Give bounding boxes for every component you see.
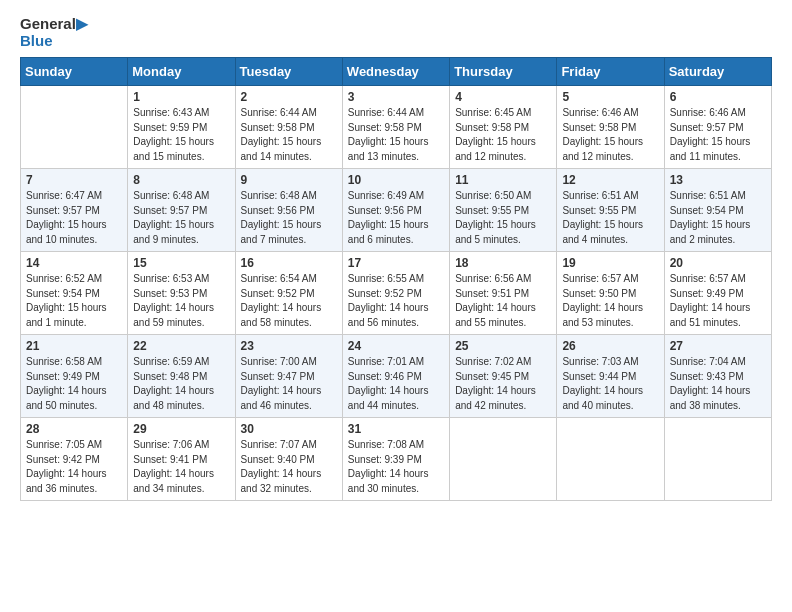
day-info: Sunrise: 6:52 AM Sunset: 9:54 PM Dayligh… bbox=[26, 272, 122, 330]
day-number: 10 bbox=[348, 173, 444, 187]
calendar-cell: 11Sunrise: 6:50 AM Sunset: 9:55 PM Dayli… bbox=[450, 169, 557, 252]
calendar-cell: 15Sunrise: 6:53 AM Sunset: 9:53 PM Dayli… bbox=[128, 252, 235, 335]
calendar-cell: 12Sunrise: 6:51 AM Sunset: 9:55 PM Dayli… bbox=[557, 169, 664, 252]
day-info: Sunrise: 6:57 AM Sunset: 9:50 PM Dayligh… bbox=[562, 272, 658, 330]
calendar-cell: 22Sunrise: 6:59 AM Sunset: 9:48 PM Dayli… bbox=[128, 335, 235, 418]
calendar-table: SundayMondayTuesdayWednesdayThursdayFrid… bbox=[20, 57, 772, 501]
day-info: Sunrise: 6:54 AM Sunset: 9:52 PM Dayligh… bbox=[241, 272, 337, 330]
day-info: Sunrise: 6:59 AM Sunset: 9:48 PM Dayligh… bbox=[133, 355, 229, 413]
calendar-week-row: 21Sunrise: 6:58 AM Sunset: 9:49 PM Dayli… bbox=[21, 335, 772, 418]
day-info: Sunrise: 6:49 AM Sunset: 9:56 PM Dayligh… bbox=[348, 189, 444, 247]
day-number: 23 bbox=[241, 339, 337, 353]
calendar-cell: 18Sunrise: 6:56 AM Sunset: 9:51 PM Dayli… bbox=[450, 252, 557, 335]
weekday-header-row: SundayMondayTuesdayWednesdayThursdayFrid… bbox=[21, 58, 772, 86]
day-info: Sunrise: 7:08 AM Sunset: 9:39 PM Dayligh… bbox=[348, 438, 444, 496]
day-number: 20 bbox=[670, 256, 766, 270]
day-info: Sunrise: 6:50 AM Sunset: 9:55 PM Dayligh… bbox=[455, 189, 551, 247]
calendar-cell: 24Sunrise: 7:01 AM Sunset: 9:46 PM Dayli… bbox=[342, 335, 449, 418]
day-number: 8 bbox=[133, 173, 229, 187]
weekday-header: Saturday bbox=[664, 58, 771, 86]
day-number: 9 bbox=[241, 173, 337, 187]
day-info: Sunrise: 7:06 AM Sunset: 9:41 PM Dayligh… bbox=[133, 438, 229, 496]
calendar-cell: 4Sunrise: 6:45 AM Sunset: 9:58 PM Daylig… bbox=[450, 86, 557, 169]
day-info: Sunrise: 6:47 AM Sunset: 9:57 PM Dayligh… bbox=[26, 189, 122, 247]
day-number: 19 bbox=[562, 256, 658, 270]
day-number: 27 bbox=[670, 339, 766, 353]
day-info: Sunrise: 6:44 AM Sunset: 9:58 PM Dayligh… bbox=[348, 106, 444, 164]
weekday-header: Wednesday bbox=[342, 58, 449, 86]
calendar-cell: 3Sunrise: 6:44 AM Sunset: 9:58 PM Daylig… bbox=[342, 86, 449, 169]
calendar-week-row: 1Sunrise: 6:43 AM Sunset: 9:59 PM Daylig… bbox=[21, 86, 772, 169]
calendar-cell: 5Sunrise: 6:46 AM Sunset: 9:58 PM Daylig… bbox=[557, 86, 664, 169]
calendar-cell: 29Sunrise: 7:06 AM Sunset: 9:41 PM Dayli… bbox=[128, 418, 235, 501]
calendar-week-row: 7Sunrise: 6:47 AM Sunset: 9:57 PM Daylig… bbox=[21, 169, 772, 252]
logo-text: General▶ Blue bbox=[20, 16, 88, 49]
day-number: 25 bbox=[455, 339, 551, 353]
calendar-cell: 6Sunrise: 6:46 AM Sunset: 9:57 PM Daylig… bbox=[664, 86, 771, 169]
calendar-week-row: 14Sunrise: 6:52 AM Sunset: 9:54 PM Dayli… bbox=[21, 252, 772, 335]
day-info: Sunrise: 6:53 AM Sunset: 9:53 PM Dayligh… bbox=[133, 272, 229, 330]
day-number: 12 bbox=[562, 173, 658, 187]
calendar-cell: 9Sunrise: 6:48 AM Sunset: 9:56 PM Daylig… bbox=[235, 169, 342, 252]
calendar-cell: 2Sunrise: 6:44 AM Sunset: 9:58 PM Daylig… bbox=[235, 86, 342, 169]
weekday-header: Monday bbox=[128, 58, 235, 86]
calendar-cell bbox=[557, 418, 664, 501]
weekday-header: Sunday bbox=[21, 58, 128, 86]
day-number: 18 bbox=[455, 256, 551, 270]
calendar-cell: 31Sunrise: 7:08 AM Sunset: 9:39 PM Dayli… bbox=[342, 418, 449, 501]
day-number: 22 bbox=[133, 339, 229, 353]
day-info: Sunrise: 6:56 AM Sunset: 9:51 PM Dayligh… bbox=[455, 272, 551, 330]
day-info: Sunrise: 6:45 AM Sunset: 9:58 PM Dayligh… bbox=[455, 106, 551, 164]
day-info: Sunrise: 6:51 AM Sunset: 9:55 PM Dayligh… bbox=[562, 189, 658, 247]
day-info: Sunrise: 7:01 AM Sunset: 9:46 PM Dayligh… bbox=[348, 355, 444, 413]
logo-general: General▶ bbox=[20, 16, 88, 33]
day-info: Sunrise: 6:48 AM Sunset: 9:57 PM Dayligh… bbox=[133, 189, 229, 247]
day-number: 21 bbox=[26, 339, 122, 353]
calendar-cell: 19Sunrise: 6:57 AM Sunset: 9:50 PM Dayli… bbox=[557, 252, 664, 335]
day-number: 2 bbox=[241, 90, 337, 104]
weekday-header: Thursday bbox=[450, 58, 557, 86]
calendar-cell: 26Sunrise: 7:03 AM Sunset: 9:44 PM Dayli… bbox=[557, 335, 664, 418]
calendar-cell: 10Sunrise: 6:49 AM Sunset: 9:56 PM Dayli… bbox=[342, 169, 449, 252]
day-number: 14 bbox=[26, 256, 122, 270]
day-number: 11 bbox=[455, 173, 551, 187]
logo-blue: Blue bbox=[20, 33, 88, 50]
weekday-header: Tuesday bbox=[235, 58, 342, 86]
day-number: 6 bbox=[670, 90, 766, 104]
calendar-cell: 27Sunrise: 7:04 AM Sunset: 9:43 PM Dayli… bbox=[664, 335, 771, 418]
day-info: Sunrise: 7:04 AM Sunset: 9:43 PM Dayligh… bbox=[670, 355, 766, 413]
day-number: 1 bbox=[133, 90, 229, 104]
day-info: Sunrise: 7:07 AM Sunset: 9:40 PM Dayligh… bbox=[241, 438, 337, 496]
day-info: Sunrise: 6:46 AM Sunset: 9:58 PM Dayligh… bbox=[562, 106, 658, 164]
calendar-cell: 23Sunrise: 7:00 AM Sunset: 9:47 PM Dayli… bbox=[235, 335, 342, 418]
day-info: Sunrise: 6:48 AM Sunset: 9:56 PM Dayligh… bbox=[241, 189, 337, 247]
calendar-cell bbox=[664, 418, 771, 501]
day-info: Sunrise: 7:02 AM Sunset: 9:45 PM Dayligh… bbox=[455, 355, 551, 413]
calendar-cell: 13Sunrise: 6:51 AM Sunset: 9:54 PM Dayli… bbox=[664, 169, 771, 252]
calendar-cell bbox=[450, 418, 557, 501]
day-number: 3 bbox=[348, 90, 444, 104]
calendar-cell: 16Sunrise: 6:54 AM Sunset: 9:52 PM Dayli… bbox=[235, 252, 342, 335]
weekday-header: Friday bbox=[557, 58, 664, 86]
day-number: 28 bbox=[26, 422, 122, 436]
calendar-cell: 30Sunrise: 7:07 AM Sunset: 9:40 PM Dayli… bbox=[235, 418, 342, 501]
day-info: Sunrise: 6:44 AM Sunset: 9:58 PM Dayligh… bbox=[241, 106, 337, 164]
calendar-cell: 14Sunrise: 6:52 AM Sunset: 9:54 PM Dayli… bbox=[21, 252, 128, 335]
day-number: 13 bbox=[670, 173, 766, 187]
day-number: 7 bbox=[26, 173, 122, 187]
calendar-cell: 1Sunrise: 6:43 AM Sunset: 9:59 PM Daylig… bbox=[128, 86, 235, 169]
day-number: 16 bbox=[241, 256, 337, 270]
calendar-cell: 7Sunrise: 6:47 AM Sunset: 9:57 PM Daylig… bbox=[21, 169, 128, 252]
calendar-cell bbox=[21, 86, 128, 169]
day-number: 5 bbox=[562, 90, 658, 104]
day-info: Sunrise: 6:46 AM Sunset: 9:57 PM Dayligh… bbox=[670, 106, 766, 164]
calendar-cell: 21Sunrise: 6:58 AM Sunset: 9:49 PM Dayli… bbox=[21, 335, 128, 418]
calendar-week-row: 28Sunrise: 7:05 AM Sunset: 9:42 PM Dayli… bbox=[21, 418, 772, 501]
day-number: 31 bbox=[348, 422, 444, 436]
day-number: 17 bbox=[348, 256, 444, 270]
day-number: 15 bbox=[133, 256, 229, 270]
logo: General▶ Blue bbox=[20, 16, 88, 49]
day-info: Sunrise: 6:51 AM Sunset: 9:54 PM Dayligh… bbox=[670, 189, 766, 247]
day-info: Sunrise: 6:58 AM Sunset: 9:49 PM Dayligh… bbox=[26, 355, 122, 413]
calendar-cell: 17Sunrise: 6:55 AM Sunset: 9:52 PM Dayli… bbox=[342, 252, 449, 335]
